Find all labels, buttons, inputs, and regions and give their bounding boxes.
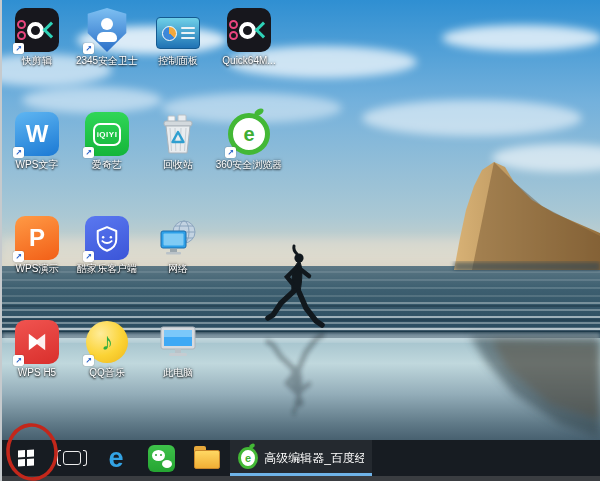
desktop-icon-iqiyi[interactable]: iQIYI ↗ 爱奇艺: [72, 112, 142, 171]
desktop-icon-wps-h5[interactable]: ↗ WPS H5: [2, 320, 72, 379]
quick-editor-icon: [227, 8, 271, 52]
desktop-icon-control-panel[interactable]: 控制面板: [143, 8, 213, 67]
desktop-icon-label: 爱奇艺: [92, 159, 122, 171]
desktop-icon-wps-presentation[interactable]: P ↗ WPS演示: [2, 216, 72, 275]
network-icon: [156, 216, 200, 260]
desktop-icon-label: 2345安全卫士: [76, 55, 138, 67]
desktop-icon-this-pc[interactable]: 此电脑: [143, 320, 213, 379]
wechat-icon: [148, 445, 175, 472]
desktop-icon-qq-music[interactable]: ♪ ↗ QQ音乐: [72, 320, 142, 379]
screenshot-bottom-border: [2, 476, 600, 481]
windows-logo-icon: [18, 450, 34, 466]
desktop-icon-quick64m[interactable]: Quick64M...: [214, 8, 284, 67]
desktop-screenshot: ↗ 快剪辑 ↗ 2345安全卫士 控制面板 Quick64M... W ↗ WP…: [0, 0, 600, 481]
start-button[interactable]: [2, 440, 50, 476]
task-view-icon: [63, 451, 81, 465]
shortcut-arrow-icon: ↗: [13, 43, 24, 54]
shortcut-arrow-icon: ↗: [83, 43, 94, 54]
taskbar: e e 高级编辑器_百度经...: [2, 440, 600, 476]
shortcut-arrow-icon: ↗: [13, 251, 24, 262]
desktop-icon-label: 快剪辑: [22, 55, 52, 67]
desktop-icon-label: WPS文字: [16, 159, 59, 171]
window-button-advanced-editor[interactable]: e 高级编辑器_百度经...: [230, 440, 372, 476]
shortcut-arrow-icon: ↗: [83, 355, 94, 366]
shortcut-arrow-icon: ↗: [225, 147, 236, 158]
desktop-icon-label: 此电脑: [163, 367, 193, 379]
desktop-icon-label: Quick64M...: [222, 55, 275, 67]
edge-icon: e: [108, 445, 123, 472]
this-pc-icon: [156, 320, 200, 364]
desktop-icon-label: WPS H5: [18, 367, 56, 379]
desktop-icon-wps-writer[interactable]: W ↗ WPS文字: [2, 112, 72, 171]
desktop-icon-recycle-bin[interactable]: 回收站: [143, 112, 213, 171]
desktop-icon-360-browser[interactable]: e ↗ 360安全浏览器: [214, 112, 284, 171]
desktop-icon-label: QQ音乐: [89, 367, 125, 379]
shortcut-arrow-icon: ↗: [83, 147, 94, 158]
recycle-bin-icon: [156, 112, 200, 156]
desktop-icon-label: 控制面板: [158, 55, 198, 67]
task-view-button[interactable]: [50, 440, 94, 476]
file-explorer-icon: [194, 450, 220, 469]
360-browser-icon: e: [238, 447, 258, 469]
desktop-icon-label: 酷家乐客户端: [77, 263, 137, 275]
shortcut-arrow-icon: ↗: [13, 147, 24, 158]
desktop-icon-label: 网络: [168, 263, 188, 275]
desktop-icon-2345-guard[interactable]: ↗ 2345安全卫士: [72, 8, 142, 67]
desktop-icon-label: WPS演示: [16, 263, 59, 275]
desktop-icon-quick-editor[interactable]: ↗ 快剪辑: [2, 8, 72, 67]
shortcut-arrow-icon: ↗: [83, 251, 94, 262]
edge-taskbar-button[interactable]: e: [94, 440, 138, 476]
wechat-taskbar-button[interactable]: [138, 440, 184, 476]
window-button-label: 高级编辑器_百度经...: [264, 450, 364, 467]
desktop-icon-network[interactable]: 网络: [143, 216, 213, 275]
desktop-icon-kujiale[interactable]: ↗ 酷家乐客户端: [72, 216, 142, 275]
shortcut-arrow-icon: ↗: [13, 355, 24, 366]
desktop-icon-label: 回收站: [163, 159, 193, 171]
desktop-icon-label: 360安全浏览器: [216, 159, 283, 171]
file-explorer-taskbar-button[interactable]: [184, 440, 230, 476]
control-panel-icon: [156, 17, 200, 49]
